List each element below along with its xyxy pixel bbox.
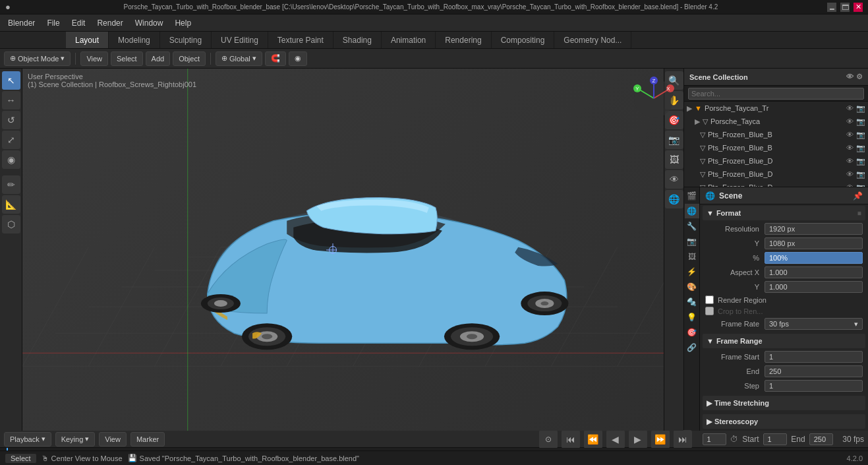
outliner-item-5[interactable]: ▽ Pts_Frozen_Blue_D 👁 📷	[684, 168, 868, 181]
timeline-view-menu[interactable]: View	[99, 432, 127, 447]
cam-icon-4[interactable]: 📷	[856, 157, 865, 166]
toolbar-view[interactable]: View	[80, 51, 108, 66]
sync-btn[interactable]: ⊙	[539, 430, 558, 449]
maximize-button[interactable]: 🗖	[840, 3, 850, 12]
stereoscopy-section[interactable]: ▶ Stereoscopy	[703, 414, 865, 429]
outliner-item-4[interactable]: ▽ Pts_Frozen_Blue_D 👁 📷	[684, 154, 868, 168]
toolbar-proportional[interactable]: ◉	[289, 51, 307, 66]
tool-annotate[interactable]: ✏	[2, 175, 20, 194]
menu-help[interactable]: Help	[169, 17, 196, 29]
frame-rate-dropdown[interactable]: 30 fps ▾	[765, 318, 863, 330]
menu-edit[interactable]: Edit	[67, 17, 91, 29]
eye-icon-3[interactable]: 👁	[846, 144, 854, 152]
render-region-checkbox[interactable]	[705, 295, 714, 304]
tab-modeling[interactable]: Modeling	[109, 32, 160, 48]
prop-tab-constraints[interactable]: 🎯	[685, 325, 699, 340]
tab-uv-editing[interactable]: UV Editing	[212, 32, 268, 48]
menu-window[interactable]: Window	[130, 17, 169, 29]
keying-menu[interactable]: Keying ▾	[55, 432, 96, 447]
aspect-y-value[interactable]: 1.000	[765, 281, 863, 293]
tab-texture-paint[interactable]: Texture Paint	[268, 32, 333, 48]
vp-overlay[interactable]: 🌐	[665, 190, 683, 208]
menu-render[interactable]: Render	[92, 17, 128, 29]
outliner-settings-icon[interactable]: ⚙	[856, 73, 863, 81]
toolbar-mode-select[interactable]: ⊕ Object Mode ▾	[4, 51, 71, 66]
frame-end-value[interactable]: 250	[765, 365, 863, 377]
playback-menu[interactable]: Playback ▾	[4, 432, 51, 447]
current-frame-input[interactable]: 1	[703, 433, 727, 445]
prop-tab-render[interactable]: 🎬	[685, 189, 699, 203]
jump-start-btn[interactable]: ⏮	[562, 430, 580, 449]
tool-rotate[interactable]: ↺	[2, 111, 20, 129]
vp-camera[interactable]: 📷	[665, 131, 683, 149]
tab-geometry-nodes[interactable]: Geometry Nod...	[554, 32, 631, 48]
tab-shading[interactable]: Shading	[333, 32, 382, 48]
pin-icon[interactable]: 📌	[853, 191, 863, 201]
tool-move[interactable]: ↔	[2, 91, 20, 109]
close-button[interactable]: ✕	[854, 3, 863, 12]
end-frame-input[interactable]: 250	[809, 433, 834, 445]
status-select[interactable]: Select	[5, 454, 36, 463]
tab-rendering[interactable]: Rendering	[436, 32, 491, 48]
jump-end-btn[interactable]: ⏭	[674, 430, 692, 449]
tab-compositing[interactable]: Compositing	[492, 32, 555, 48]
tool-select[interactable]: ↖	[2, 71, 20, 90]
cam-icon-1[interactable]: 📷	[856, 117, 865, 126]
menu-file[interactable]: File	[42, 17, 65, 29]
tab-animation[interactable]: Animation	[382, 32, 436, 48]
prop-tab-scene[interactable]: 📷	[685, 234, 699, 249]
vp-shading[interactable]: 👁	[665, 170, 683, 189]
prop-tab-world[interactable]: 🖼	[685, 249, 699, 264]
eye-icon-4[interactable]: 👁	[846, 157, 854, 166]
tool-add-cube[interactable]: ⬡	[2, 215, 20, 233]
eye-icon-0[interactable]: 👁	[846, 104, 854, 113]
eye-icon-5[interactable]: 👁	[846, 170, 854, 179]
eye-icon-1[interactable]: 👁	[846, 117, 854, 126]
cam-icon-5[interactable]: 📷	[856, 170, 865, 179]
menu-blender[interactable]: Blender	[3, 17, 40, 29]
toolbar-transform-global[interactable]: ⊕ Global ▾	[216, 51, 262, 66]
prop-tab-physics[interactable]: 💡	[685, 310, 699, 325]
toolbar-object[interactable]: Object	[173, 51, 206, 66]
viewport[interactable]: User Perspective (1) Scene Collection | …	[22, 69, 683, 431]
percent-value[interactable]: 100%	[765, 252, 863, 264]
play-btn[interactable]: ▶	[629, 430, 647, 449]
tool-transform[interactable]: ◉	[2, 150, 20, 169]
prop-tab-particles[interactable]: 🔩	[685, 295, 699, 309]
prop-tab-data[interactable]: 🔗	[685, 340, 699, 355]
cam-icon-0[interactable]: 📷	[856, 104, 865, 113]
start-frame-input[interactable]: 1	[763, 433, 788, 445]
tool-measure[interactable]: 📐	[2, 195, 20, 214]
toolbar-select[interactable]: Select	[111, 51, 143, 66]
vp-render-mode[interactable]: 🖼	[665, 150, 683, 169]
cam-icon-3[interactable]: 📷	[856, 144, 865, 152]
viewport-3d[interactable]: X Y Z 🔍 ✋ 🎯 📷 🖼 👁 🌐	[22, 69, 683, 431]
time-stretch-section[interactable]: ▶ Time Stretching	[703, 396, 865, 410]
resolution-x-value[interactable]: 1920 px	[765, 223, 863, 235]
play-back-btn[interactable]: ◀	[606, 430, 625, 449]
frame-start-value[interactable]: 1	[765, 351, 863, 363]
tab-layout[interactable]: Layout	[66, 32, 109, 48]
marker-menu[interactable]: Marker	[130, 432, 165, 447]
tool-scale[interactable]: ⤢	[2, 131, 20, 149]
outliner-search-input[interactable]	[688, 88, 864, 100]
outliner-item-3[interactable]: ▽ Pts_Frozen_Blue_B 👁 📷	[684, 141, 868, 154]
outliner-item-6[interactable]: ▽ Pts_Frozen_Blue_D 👁 📷	[684, 181, 868, 187]
outliner-item-root[interactable]: ▶ ▼ Porsche_Taycan_Tr 👁 📷	[684, 102, 868, 115]
outliner-item-1[interactable]: ▶ ▽ Porsche_Tayca 👁 📷	[684, 115, 868, 128]
resolution-y-value[interactable]: 1080 px	[765, 237, 863, 249]
eye-icon-2[interactable]: 👁	[846, 131, 854, 139]
cam-icon-2[interactable]: 📷	[856, 131, 865, 139]
outliner-item-2[interactable]: ▽ Pts_Frozen_Blue_B 👁 📷	[684, 128, 868, 141]
toolbar-add[interactable]: Add	[146, 51, 171, 66]
prop-tab-output[interactable]: 🌐	[685, 204, 699, 218]
step-fwd-btn[interactable]: ⏩	[651, 430, 670, 449]
frame-range-section[interactable]: ▼ Frame Range	[703, 334, 865, 348]
step-value[interactable]: 1	[765, 380, 863, 392]
format-section[interactable]: ▼ Format ≡	[703, 206, 865, 220]
prop-tab-object[interactable]: ⚡	[685, 264, 699, 279]
minimize-button[interactable]: 🗕	[827, 3, 836, 12]
step-back-btn[interactable]: ⏪	[584, 430, 602, 449]
navigation-gizmo[interactable]: X Y Z	[631, 75, 677, 121]
prop-tab-modifiers[interactable]: 🎨	[685, 280, 699, 294]
